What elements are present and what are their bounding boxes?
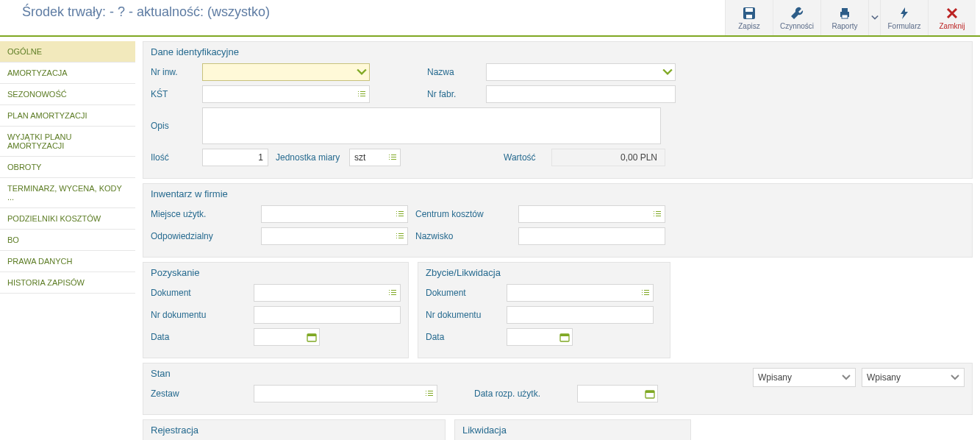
sidebar-item-historia[interactable]: HISTORIA ZAPISÓW xyxy=(0,272,135,294)
stan-select-2[interactable]: Wpisany xyxy=(862,368,965,387)
data-rozp-input[interactable] xyxy=(577,385,658,402)
actions-button[interactable]: Czynności xyxy=(773,0,820,35)
save-button-label: Zapisz xyxy=(738,22,759,30)
nazwisko-input[interactable] xyxy=(518,227,665,245)
panel-pozyskanie: Pozyskanie Dokument Nr dokumentu Data xyxy=(143,262,409,358)
label-opis: Opis xyxy=(151,121,195,131)
poz-dok-input[interactable] xyxy=(254,284,401,302)
toolbar: Zapisz Czynności Raporty Formularz Zamkn… xyxy=(725,0,980,35)
sidebar-item-podzielniki[interactable]: PODZIELNIKI KOSZTÓW xyxy=(0,208,135,230)
centrum-input[interactable] xyxy=(518,205,665,223)
stan-status-selects: Wpisany Wpisany xyxy=(753,368,965,387)
actions-button-label: Czynności xyxy=(780,22,814,30)
poz-data-input[interactable] xyxy=(254,328,320,346)
label-poz-nrdok: Nr dokumentu xyxy=(151,310,246,320)
nazwa-input[interactable] xyxy=(486,63,676,81)
label-wartosc: Wartość xyxy=(504,152,544,163)
zby-dok-input[interactable] xyxy=(507,284,654,302)
kst-input[interactable] xyxy=(202,85,370,103)
zestaw-input[interactable] xyxy=(254,385,437,402)
poz-nrdok-input[interactable] xyxy=(254,306,401,324)
close-button-label: Zamknij xyxy=(939,22,965,30)
panel-title-stan: Stan xyxy=(151,368,738,379)
label-ilosc: Ilość xyxy=(151,152,195,163)
label-zby-data: Data xyxy=(426,332,499,342)
printer-icon xyxy=(837,6,852,21)
panel-title-likwidacja: Likwidacja xyxy=(462,425,683,436)
panel-dane-identyfikacyjne: Dane identyfikacyjne Nr inw. Nazwa KŚT N… xyxy=(143,41,973,179)
sidebar: OGÓLNE AMORTYZACJA SEZONOWOŚĆ PLAN AMORT… xyxy=(0,37,135,440)
sidebar-item-ogolne[interactable]: OGÓLNE xyxy=(0,41,135,63)
panel-inwentarz: Inwentarz w firmie Miejsce użytk. Centru… xyxy=(143,183,973,258)
label-jm: Jednostka miary xyxy=(276,152,342,163)
panel-title-rejestracja: Rejestracja xyxy=(151,425,437,436)
chevron-down-icon xyxy=(951,373,959,382)
reports-button[interactable]: Raporty xyxy=(820,0,868,35)
label-nazwisko: Nazwisko xyxy=(415,231,511,241)
sidebar-item-prawa-danych[interactable]: PRAWA DANYCH xyxy=(0,251,135,272)
odp-input[interactable] xyxy=(261,227,408,245)
stan-select-1[interactable]: Wpisany xyxy=(753,368,856,387)
form-button-label: Formularz xyxy=(887,22,920,30)
sidebar-item-plan-amortyzacji[interactable]: PLAN AMORTYZACJI xyxy=(0,105,135,127)
save-icon xyxy=(742,6,757,21)
sidebar-item-wyjatki[interactable]: WYJĄTKI PLANU AMORTYZACJI xyxy=(0,127,135,157)
label-miejsce: Miejsce użytk. xyxy=(151,209,254,219)
label-kst: KŚT xyxy=(151,89,195,99)
zby-data-input[interactable] xyxy=(507,328,573,346)
nr-inw-input[interactable] xyxy=(202,63,370,81)
panel-title-ident: Dane identyfikacyjne xyxy=(151,46,965,57)
jm-input[interactable] xyxy=(349,149,401,166)
reports-button-label: Raporty xyxy=(831,22,857,30)
chevron-down-icon xyxy=(871,14,879,21)
label-zestaw: Zestaw xyxy=(151,388,246,399)
panel-title-inwentarz: Inwentarz w firmie xyxy=(151,188,965,199)
toolbar-separator[interactable] xyxy=(868,0,880,35)
panel-stan: Stan Zestaw Data rozp. użytk. Wpisany Wp… xyxy=(143,363,973,415)
panel-likwidacja: Likwidacja Dokument xyxy=(454,419,691,440)
label-odp: Odpowiedzialny xyxy=(151,231,254,241)
sidebar-item-terminarz[interactable]: TERMINARZ, WYCENA, KODY ... xyxy=(0,178,135,208)
label-nr-fabr: Nr fabr. xyxy=(427,89,479,99)
miejsce-input[interactable] xyxy=(261,205,408,223)
sidebar-item-sezonowosc[interactable]: SEZONOWOŚĆ xyxy=(0,84,135,105)
nr-fabr-input[interactable] xyxy=(486,85,676,103)
form-button[interactable]: Formularz xyxy=(880,0,928,35)
panel-title-zbycie: Zbycie/Likwidacja xyxy=(426,267,662,278)
stan-select-1-value: Wpisany xyxy=(758,372,792,383)
chevron-down-icon xyxy=(842,373,851,382)
stan-select-2-value: Wpisany xyxy=(867,372,901,383)
sidebar-item-amortyzacja[interactable]: AMORTYZACJA xyxy=(0,63,135,84)
panel-rejestracja: Rejestracja Dokument xyxy=(143,419,446,440)
page-title: Środek trwały: - ? - aktualność: (wszyst… xyxy=(22,0,725,20)
close-button[interactable]: Zamknij xyxy=(928,0,976,35)
zby-nrdok-input[interactable] xyxy=(507,306,654,324)
label-poz-dok: Dokument xyxy=(151,288,246,298)
sidebar-item-obroty[interactable]: OBROTY xyxy=(0,157,135,178)
wartosc-readonly: 0,00 PLN xyxy=(551,149,665,166)
label-centrum: Centrum kosztów xyxy=(415,209,511,219)
save-button[interactable]: Zapisz xyxy=(725,0,773,35)
label-zby-dok: Dokument xyxy=(426,288,499,298)
panel-zbycie: Zbycie/Likwidacja Dokument Nr dokumentu … xyxy=(418,262,670,358)
label-zby-nrdok: Nr dokumentu xyxy=(426,310,499,320)
label-nr-inw: Nr inw. xyxy=(151,67,195,77)
label-data-rozp: Data rozp. użytk. xyxy=(474,388,570,399)
label-nazwa: Nazwa xyxy=(427,67,479,77)
sidebar-item-bo[interactable]: BO xyxy=(0,230,135,251)
opis-input[interactable] xyxy=(202,107,661,144)
panel-title-pozyskanie: Pozyskanie xyxy=(151,267,401,278)
label-poz-data: Data xyxy=(151,332,246,342)
bolt-icon xyxy=(897,6,912,21)
ilosc-input[interactable] xyxy=(202,149,268,166)
wrench-icon xyxy=(790,6,804,21)
close-icon xyxy=(945,6,959,21)
